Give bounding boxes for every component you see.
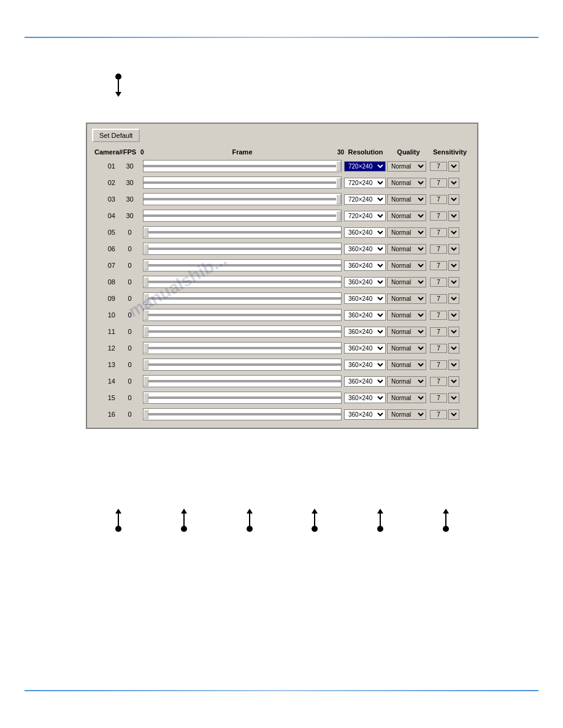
resolution-select-01[interactable]: 720×240360×240180×120	[344, 161, 386, 172]
sensitivity-input-16[interactable]	[430, 410, 447, 419]
sensitivity-dropdown-10[interactable]: 123456789	[448, 310, 459, 320]
sensitivity-input-02[interactable]	[430, 178, 447, 188]
resolution-select-15[interactable]: 360×240720×240180×120	[344, 393, 386, 403]
resolution-select-08[interactable]: 360×240720×240180×120	[344, 277, 386, 287]
sensitivity-dropdown-01[interactable]: 123456789	[448, 161, 459, 172]
sensitivity-input-01[interactable]	[430, 162, 447, 171]
quality-select-01[interactable]: NormalHighLow	[387, 161, 426, 172]
slider-track-01	[144, 165, 341, 167]
sensitivity-dropdown-16[interactable]: 123456789	[448, 409, 459, 420]
sensitivity-input-14[interactable]	[430, 377, 447, 386]
slider-thumb-07[interactable]	[144, 260, 148, 270]
slider-11[interactable]	[143, 325, 342, 338]
resolution-select-09[interactable]: 360×240720×240180×120	[344, 294, 386, 304]
sensitivity-dropdown-04[interactable]: 123456789	[448, 211, 459, 221]
quality-select-13[interactable]: NormalHighLow	[387, 360, 426, 370]
slider-07[interactable]	[143, 259, 342, 271]
slider-13[interactable]	[143, 358, 342, 371]
slider-06[interactable]	[143, 243, 342, 255]
sensitivity-input-10[interactable]	[430, 311, 447, 320]
sensitivity-input-03[interactable]	[430, 195, 447, 204]
resolution-select-06[interactable]: 360×240720×240180×120	[344, 244, 386, 254]
sensitivity-dropdown-13[interactable]: 123456789	[448, 360, 459, 370]
slider-03[interactable]	[143, 193, 342, 205]
resolution-cell-05: 360×240720×240180×120	[344, 227, 387, 238]
sensitivity-dropdown-05[interactable]: 123456789	[448, 227, 459, 238]
sensitivity-dropdown-03[interactable]: 123456789	[448, 194, 459, 205]
quality-select-06[interactable]: NormalHighLow	[387, 244, 426, 254]
sensitivity-input-12[interactable]	[430, 344, 447, 353]
sensitivity-dropdown-08[interactable]: 123456789	[448, 277, 459, 287]
sensitivity-dropdown-09[interactable]: 123456789	[448, 294, 459, 304]
sensitivity-dropdown-06[interactable]: 123456789	[448, 244, 459, 254]
slider-thumb-01[interactable]	[336, 161, 341, 171]
quality-select-07[interactable]: NormalHighLow	[387, 260, 426, 271]
slider-09[interactable]	[143, 292, 342, 305]
sensitivity-input-05[interactable]	[430, 228, 447, 237]
slider-thumb-10[interactable]	[144, 310, 148, 320]
quality-select-04[interactable]: NormalHighLow	[387, 211, 426, 221]
slider-01[interactable]	[143, 160, 342, 172]
sensitivity-input-07[interactable]	[430, 261, 447, 270]
sensitivity-input-09[interactable]	[430, 294, 447, 303]
slider-14[interactable]	[143, 375, 342, 387]
sensitivity-input-13[interactable]	[430, 360, 447, 370]
quality-select-10[interactable]: NormalHighLow	[387, 310, 426, 320]
quality-select-08[interactable]: NormalHighLow	[387, 277, 426, 287]
slider-thumb-16[interactable]	[144, 409, 148, 419]
slider-thumb-15[interactable]	[144, 393, 148, 403]
quality-select-16[interactable]: NormalHighLow	[387, 409, 426, 420]
sensitivity-input-15[interactable]	[430, 393, 447, 403]
resolution-select-02[interactable]: 720×240360×240180×120	[344, 178, 386, 188]
quality-select-02[interactable]: NormalHighLow	[387, 178, 426, 188]
sensitivity-input-04[interactable]	[430, 211, 447, 221]
resolution-select-04[interactable]: 720×240360×240180×120	[344, 211, 386, 221]
quality-select-15[interactable]: NormalHighLow	[387, 393, 426, 403]
quality-select-05[interactable]: NormalHighLow	[387, 227, 426, 238]
resolution-select-03[interactable]: 720×240360×240180×120	[344, 194, 386, 205]
slider-12[interactable]	[143, 342, 342, 354]
sensitivity-input-11[interactable]	[430, 327, 447, 336]
slider-10[interactable]	[143, 309, 342, 321]
slider-thumb-04[interactable]	[336, 211, 341, 221]
slider-thumb-08[interactable]	[144, 277, 148, 287]
set-default-button[interactable]: Set Default	[92, 129, 140, 142]
slider-thumb-06[interactable]	[144, 244, 148, 254]
slider-thumb-11[interactable]	[144, 327, 148, 336]
sensitivity-input-06[interactable]	[430, 245, 447, 254]
resolution-select-13[interactable]: 360×240720×240180×120	[344, 360, 386, 370]
slider-04[interactable]	[143, 210, 342, 222]
slider-thumb-03[interactable]	[336, 194, 341, 204]
quality-select-09[interactable]: NormalHighLow	[387, 294, 426, 304]
slider-16[interactable]	[143, 408, 342, 420]
slider-02[interactable]	[143, 176, 342, 189]
slider-05[interactable]	[143, 226, 342, 238]
quality-select-14[interactable]: NormalHighLow	[387, 376, 426, 387]
quality-select-11[interactable]: NormalHighLow	[387, 327, 426, 337]
quality-select-03[interactable]: NormalHighLow	[387, 194, 426, 205]
resolution-select-11[interactable]: 360×240720×240180×120	[344, 327, 386, 337]
sensitivity-dropdown-02[interactable]: 123456789	[448, 178, 459, 188]
resolution-select-10[interactable]: 360×240720×240180×120	[344, 310, 386, 320]
sensitivity-input-08[interactable]	[430, 278, 447, 287]
sensitivity-dropdown-12[interactable]: 123456789	[448, 343, 459, 354]
slider-thumb-09[interactable]	[144, 294, 148, 303]
sensitivity-dropdown-07[interactable]: 123456789	[448, 260, 459, 271]
slider-15[interactable]	[143, 392, 342, 404]
quality-select-12[interactable]: NormalHighLow	[387, 343, 426, 354]
resolution-select-16[interactable]: 360×240720×240180×120	[344, 409, 386, 420]
slider-thumb-02[interactable]	[336, 178, 341, 188]
sensitivity-dropdown-14[interactable]: 123456789	[448, 376, 459, 387]
resolution-select-05[interactable]: 360×240720×240180×120	[344, 227, 386, 238]
slider-thumb-14[interactable]	[144, 376, 148, 386]
camera-row-03: 0330720×240360×240180×120NormalHighLow12…	[92, 191, 472, 207]
sensitivity-dropdown-11[interactable]: 123456789	[448, 327, 459, 337]
resolution-select-12[interactable]: 360×240720×240180×120	[344, 343, 386, 354]
sensitivity-dropdown-15[interactable]: 123456789	[448, 393, 459, 403]
slider-thumb-13[interactable]	[144, 360, 148, 370]
resolution-select-07[interactable]: 360×240720×240180×120	[344, 260, 386, 271]
slider-08[interactable]	[143, 276, 342, 288]
resolution-select-14[interactable]: 360×240720×240180×120	[344, 376, 386, 387]
slider-thumb-12[interactable]	[144, 343, 148, 353]
slider-thumb-05[interactable]	[144, 227, 148, 237]
